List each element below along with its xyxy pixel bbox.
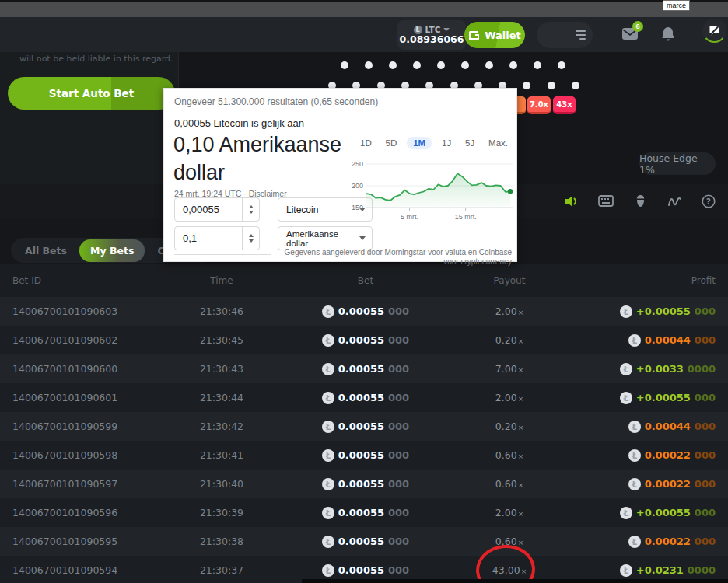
bet-row[interactable]: 1400670010109060021:30:43Ł0.000550007.00… <box>0 354 728 383</box>
multiplier-chip: 43x <box>553 96 576 114</box>
bet-profit: Ł0.00022000 <box>599 536 716 548</box>
bet-row[interactable]: 1400670010109060321:30:46Ł0.000550002.00… <box>0 297 728 326</box>
ltc-coin-icon: Ł <box>620 305 632 318</box>
svg-text:Ł: Ł <box>631 422 637 431</box>
col-bet-id: Bet ID <box>12 275 132 286</box>
stepper-icon[interactable] <box>242 227 259 250</box>
range-tab-5d[interactable]: 5D <box>382 137 401 149</box>
svg-text:Ł: Ł <box>325 365 331 373</box>
live-stats-icon[interactable] <box>666 193 683 210</box>
range-tab-5j[interactable]: 5J <box>461 137 478 149</box>
bet-time: 21:30:37 <box>132 564 311 576</box>
col-bet: Bet <box>311 275 420 286</box>
bet-row[interactable]: 1400670010109060221:30:45Ł0.000550000.20… <box>0 326 728 354</box>
notifications-button[interactable] <box>661 26 675 41</box>
bet-row[interactable]: 1400670010109059521:30:38Ł0.000550000.60… <box>0 527 728 556</box>
avatar <box>539 24 561 46</box>
ltc-coin-icon: Ł <box>628 536 641 548</box>
bet-row[interactable]: 1400670010109059721:30:40Ł0.000550000.60… <box>0 470 728 498</box>
range-tab-1j[interactable]: 1J <box>438 137 455 149</box>
bet-time: 21:30:45 <box>132 334 311 346</box>
messages-button[interactable]: 6 <box>621 26 639 40</box>
bet-id: 14006700101090596 <box>12 507 132 518</box>
balance-amount: 0.08936066 <box>399 34 464 45</box>
bet-time: 21:30:39 <box>132 507 311 518</box>
bet-id: 14006700101090602 <box>12 334 132 346</box>
range-tab-1m[interactable]: 1M <box>407 137 432 149</box>
app-window: marce Ł LTC 0.08936066 Wallet 6 <box>0 0 728 583</box>
amount-from-input[interactable]: 0,00055 <box>174 197 260 222</box>
bet-amount: Ł0.00055000 <box>311 478 420 490</box>
bet-profit: Ł+0.00330000 <box>599 363 716 375</box>
google-conversion-popup: Ongeveer 51.300.000 resultaten (0,65 sec… <box>163 88 517 262</box>
amount-to-input[interactable]: 0,1 <box>174 226 260 250</box>
bet-profit: Ł+0.00055000 <box>599 392 716 404</box>
range-tab-1d[interactable]: 1D <box>356 137 376 149</box>
bet-amount: Ł0.00055000 <box>311 392 420 404</box>
bet-time: 21:30:42 <box>132 421 311 432</box>
wallet-button[interactable]: Wallet <box>464 22 525 48</box>
bet-row[interactable]: 1400670010109059921:30:42Ł0.000550000.20… <box>0 412 728 441</box>
svg-text:15 mrt.: 15 mrt. <box>455 213 477 221</box>
fairness-icon[interactable] <box>632 193 649 210</box>
bets-table: Bet ID Time Bet Payout Profit 1400670010… <box>0 264 728 583</box>
ltc-coin-icon: Ł <box>620 392 632 404</box>
menu-icon <box>576 30 586 40</box>
bet-time: 21:30:40 <box>132 478 311 490</box>
svg-text:Ł: Ł <box>623 307 629 316</box>
tab-my-bets[interactable]: My Bets <box>79 239 145 262</box>
svg-text:Ł: Ł <box>325 451 331 459</box>
svg-text:5 mrt.: 5 mrt. <box>401 213 418 221</box>
svg-text:200: 200 <box>352 182 363 190</box>
ltc-coin-icon: Ł <box>628 449 641 462</box>
svg-text:Ł: Ł <box>631 537 637 546</box>
bet-payout: 7.00× <box>420 363 599 375</box>
currency-label: LTC <box>425 26 441 34</box>
bet-payout: 0.20× <box>420 334 599 346</box>
bet-id: 14006700101090601 <box>12 392 132 403</box>
ltc-coin-icon: Ł <box>620 564 632 577</box>
bet-time: 21:30:41 <box>132 449 311 461</box>
svg-text:Ł: Ł <box>325 537 331 546</box>
currency-selector[interactable]: Ł LTC 0.08936066 <box>397 20 466 50</box>
results-stats: Ongeveer 51.300.000 resultaten (0,65 sec… <box>174 96 378 107</box>
bet-payout: 0.60× <box>420 478 599 490</box>
bet-profit: Ł0.00022000 <box>599 449 716 462</box>
svg-text:Ł: Ł <box>631 336 637 344</box>
ltc-coin-icon: Ł <box>322 507 334 519</box>
bet-time: 21:30:43 <box>132 363 311 375</box>
browser-tooltip: marce <box>663 0 690 11</box>
chat-toggle-button[interactable] <box>702 19 726 43</box>
col-payout: Payout <box>420 275 599 286</box>
game-info-icon[interactable]: ? <box>700 193 717 210</box>
svg-text:Ł: Ł <box>325 393 331 402</box>
bet-amount: Ł0.00055000 <box>311 305 420 318</box>
multiplier-chip: 7.0x <box>527 96 551 114</box>
range-tab-max[interactable]: Max. <box>485 137 512 149</box>
svg-text:150: 150 <box>352 204 363 211</box>
browser-topbar <box>0 0 728 17</box>
user-menu[interactable] <box>537 22 593 48</box>
bet-row[interactable]: 1400670010109060121:30:44Ł0.000550002.00… <box>0 383 728 412</box>
hotkeys-icon[interactable] <box>597 193 614 210</box>
svg-text:250: 250 <box>352 160 363 168</box>
unit-to-value: Amerikaanse dollar <box>286 229 359 248</box>
range-tabs: 1D5D1M1J5JMax. <box>356 137 512 149</box>
bet-row[interactable]: 1400670010109059821:30:41Ł0.000550000.60… <box>0 441 728 470</box>
bet-amount: Ł0.00055000 <box>311 334 420 347</box>
bet-time: 21:30:38 <box>132 536 311 547</box>
bet-profit: Ł0.00044000 <box>599 421 716 433</box>
bet-payout: 0.60× <box>420 449 599 461</box>
ltc-coin-icon: Ł <box>322 449 334 462</box>
svg-text:Ł: Ł <box>325 422 331 431</box>
svg-text:Ł: Ł <box>623 393 629 402</box>
svg-text:Ł: Ł <box>325 336 331 344</box>
bet-row[interactable]: 1400670010109059621:30:39Ł0.000550002.00… <box>0 498 728 527</box>
stepper-icon[interactable] <box>242 198 259 221</box>
tab-all-bets[interactable]: All Bets <box>14 239 78 262</box>
ltc-coin-icon: Ł <box>620 507 632 519</box>
divider <box>174 254 271 255</box>
bet-amount: Ł0.00055000 <box>311 507 420 519</box>
sound-on-icon[interactable] <box>563 193 580 210</box>
svg-text:Ł: Ł <box>623 566 629 574</box>
